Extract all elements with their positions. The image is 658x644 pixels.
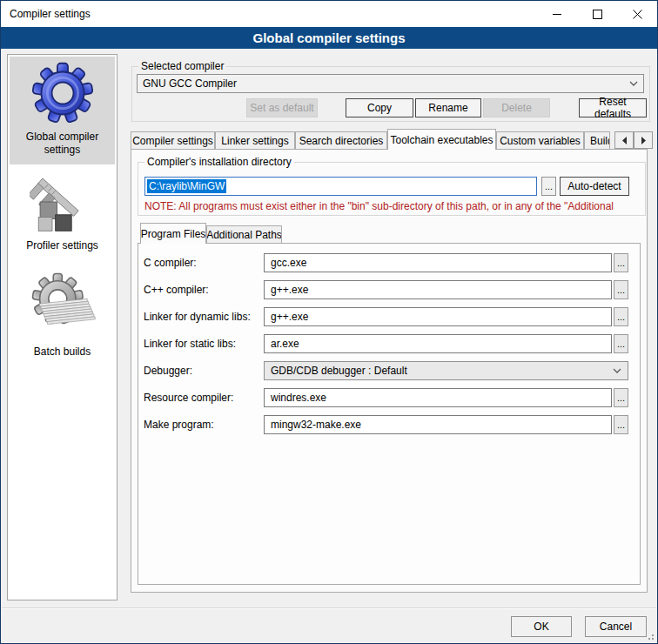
linker-static-label: Linker for static libs: (144, 334, 236, 353)
linker-dynamic-browse-button[interactable]: ... (614, 307, 628, 326)
chevron-down-icon (629, 81, 638, 86)
close-button[interactable] (617, 1, 657, 27)
tab-compiler-settings[interactable]: Compiler settings (131, 131, 215, 149)
make-program-label: Make program: (144, 415, 214, 434)
installation-directory-input[interactable]: C:\raylib\MinGW (144, 177, 537, 196)
installation-directory-group-title: Compiler's installation directory (144, 156, 294, 169)
minimize-icon (553, 14, 561, 15)
ok-button[interactable]: OK (511, 616, 572, 637)
cancel-button[interactable]: Cancel (585, 616, 647, 637)
minimize-button[interactable] (537, 1, 577, 27)
chevron-down-icon (613, 368, 621, 373)
footer-divider (2, 607, 656, 609)
make-program-input[interactable]: mingw32-make.exe (264, 415, 612, 434)
dialog-header: Global compiler settings (1, 27, 657, 49)
sidebar-item-profiler-settings[interactable]: Profiler settings (10, 170, 115, 260)
resource-compiler-browse-button[interactable]: ... (614, 388, 628, 407)
tab-build-clipped[interactable]: Build (584, 131, 610, 149)
program-files-tabs: Program Files Additional Paths (140, 223, 282, 244)
gear-blue-icon (29, 61, 97, 125)
sidebar-item-label: Global compiler settings (10, 131, 115, 157)
tab-scroll-left-icon (621, 137, 628, 144)
tab-scroll-right-button[interactable] (634, 131, 653, 149)
close-icon (633, 10, 642, 19)
debugger-label: Debugger: (144, 361, 192, 380)
tab-search-directories[interactable]: Search directories (295, 131, 387, 149)
tab-scroll-left-button[interactable] (614, 131, 634, 149)
debugger-select[interactable]: GDB/CDB debugger : Default (264, 361, 628, 380)
delete-button[interactable]: Delete (483, 98, 550, 117)
sidebar-item-label: Profiler settings (23, 239, 102, 252)
compiler-select[interactable]: GNU GCC Compiler (137, 74, 644, 93)
debugger-select-value: GDB/CDB debugger : Default (271, 365, 613, 377)
linker-dynamic-input[interactable]: g++.exe (264, 307, 612, 326)
compiler-settings-tabs: Compiler settings Linker settings Search… (131, 129, 610, 150)
rename-button[interactable]: Rename (415, 98, 481, 117)
compiler-select-value: GNU GCC Compiler (143, 77, 629, 90)
make-program-browse-button[interactable]: ... (614, 415, 628, 434)
sidebar-item-global-compiler-settings[interactable]: Global compiler settings (10, 57, 115, 164)
set-as-default-button[interactable]: Set as default (246, 98, 318, 117)
c-compiler-input[interactable]: gcc.exe (264, 253, 612, 272)
installation-directory-value: C:\raylib\MinGW (147, 179, 226, 193)
linker-static-browse-button[interactable]: ... (614, 334, 628, 353)
tab-scroll-right-icon (641, 137, 647, 144)
cpp-compiler-input[interactable]: g++.exe (264, 280, 612, 299)
tab-program-files[interactable]: Program Files (140, 223, 206, 244)
linker-static-input[interactable]: ar.exe (264, 334, 612, 353)
c-compiler-label: C compiler: (144, 253, 197, 272)
reset-defaults-button[interactable]: Reset defaults (579, 98, 647, 117)
dialog-header-title: Global compiler settings (252, 30, 405, 45)
selected-compiler-group-title: Selected compiler (138, 60, 226, 73)
tab-linker-settings[interactable]: Linker settings (215, 131, 295, 149)
cpp-compiler-browse-button[interactable]: ... (614, 280, 628, 299)
bin-subdirectory-note: NOTE: All programs must exist either in … (144, 200, 642, 212)
settings-category-list: Global compiler settings Profiler settin… (7, 54, 118, 600)
window-title: Compiler settings (10, 8, 91, 20)
cpp-compiler-label: C++ compiler: (144, 280, 209, 299)
maximize-icon (593, 10, 602, 19)
resource-compiler-label: Resource compiler: (144, 388, 233, 407)
linker-dynamic-label: Linker for dynamic libs: (144, 307, 251, 326)
resize-grip-icon[interactable] (652, 638, 654, 640)
tab-custom-variables[interactable]: Custom variables (496, 131, 584, 149)
compiler-settings-window: Compiler settings Global compiler settin… (0, 0, 658, 644)
c-compiler-browse-button[interactable]: ... (614, 253, 628, 272)
installation-directory-browse-button[interactable]: ... (541, 177, 556, 196)
maximize-button[interactable] (577, 1, 617, 27)
resource-compiler-input[interactable]: windres.exe (264, 388, 612, 407)
auto-detect-button[interactable]: Auto-detect (560, 177, 629, 196)
copy-button[interactable]: Copy (346, 98, 413, 117)
titlebar: Compiler settings (1, 1, 657, 27)
caliper-icon (30, 170, 96, 234)
tab-toolchain-executables[interactable]: Toolchain executables (387, 129, 496, 150)
tab-additional-paths[interactable]: Additional Paths (206, 225, 282, 243)
